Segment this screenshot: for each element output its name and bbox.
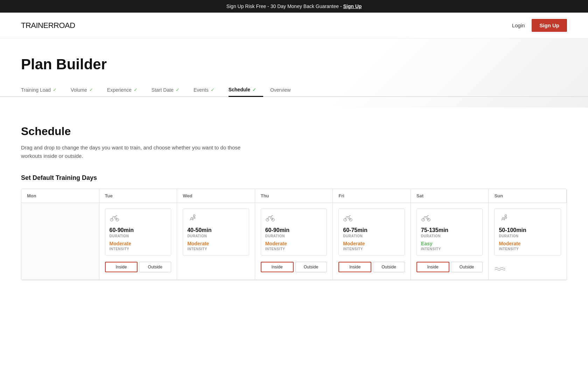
page-title: Plan Builder [21, 56, 567, 73]
logo-bold: TRAINER [21, 21, 54, 30]
workout-intensity-label: INTENSITY [110, 247, 167, 251]
banner-signup-link[interactable]: Sign Up [343, 3, 362, 9]
workout-intensity: Moderate [499, 241, 556, 246]
wizard-step-check: ✓ [89, 87, 93, 92]
workout-card-thu[interactable]: 60-90minDURATIONModerateINTENSITY [261, 209, 327, 255]
workout-duration-label: DURATION [187, 234, 245, 238]
workout-intensity: Moderate [187, 241, 245, 246]
day-header-mon: Mon [21, 189, 99, 203]
wizard-step-check: ✓ [134, 87, 138, 92]
day-header-fri: Fri [333, 189, 411, 203]
workout-intensity: Moderate [343, 241, 400, 246]
banner-text: Sign Up Risk Free - 30 Day Money Back Gu… [226, 3, 343, 9]
wizard-step-start-date[interactable]: Start Date✓ [152, 84, 187, 96]
hero-area: Plan Builder Training Load✓Volume✓Experi… [0, 38, 588, 107]
wizard-step-label: Experience [107, 87, 132, 93]
top-banner: Sign Up Risk Free - 30 Day Money Back Gu… [0, 0, 588, 13]
bike-icon [110, 214, 167, 224]
inside-outside-buttons: InsideOutside [105, 262, 172, 272]
workout-duration-label: DURATION [110, 234, 167, 238]
schedule-description: Drag and drop to change the days you wan… [21, 143, 259, 160]
bike-icon [265, 214, 323, 224]
workout-duration-label: DURATION [499, 234, 556, 238]
wizard-step-overview[interactable]: Overview [270, 84, 298, 96]
logo: TRAINERROAD [21, 21, 75, 30]
set-default-title: Set Default Training Days [21, 174, 567, 182]
workout-intensity: Easy [421, 241, 478, 246]
workout-duration: 75-135min [421, 227, 478, 233]
workout-duration: 60-90min [110, 227, 167, 233]
schedule-title: Schedule [21, 125, 567, 138]
workout-duration-label: DURATION [265, 234, 323, 238]
bike-icon [343, 214, 400, 224]
wizard-step-check: ✓ [176, 87, 180, 92]
header: TRAINERROAD Login Sign Up [0, 13, 588, 38]
wizard-step-label: Schedule [229, 87, 250, 92]
wizard-steps: Training Load✓Volume✓Experience✓Start Da… [0, 83, 588, 97]
wizard-step-training-load[interactable]: Training Load✓ [21, 84, 64, 96]
workout-duration: 60-90min [265, 227, 323, 233]
workout-intensity-label: INTENSITY [265, 247, 323, 251]
workout-intensity-label: INTENSITY [187, 247, 245, 251]
signup-button[interactable]: Sign Up [532, 19, 567, 32]
inside-button[interactable]: Inside [105, 262, 138, 272]
wizard-step-check: ✓ [252, 87, 256, 92]
run-icon [499, 214, 556, 224]
calendar-cell-mon [21, 203, 99, 280]
outside-button[interactable]: Outside [139, 262, 171, 272]
inside-outside-buttons: InsideOutside [261, 262, 327, 272]
outside-button[interactable]: Outside [295, 262, 327, 272]
svg-point-9 [505, 215, 507, 217]
workout-intensity: Moderate [110, 241, 167, 246]
inside-outside-buttons: InsideOutside [416, 262, 483, 272]
day-header-sat: Sat [411, 189, 489, 203]
workout-card-fri[interactable]: 60-75minDURATIONModerateINTENSITY [338, 209, 405, 255]
rest-wave-icon [494, 265, 505, 274]
wizard-step-label: Volume [71, 87, 87, 93]
day-header-wed: Wed [177, 189, 255, 203]
calendar-cell-sat: 75-135minDURATIONEasyINTENSITYInsideOuts… [411, 203, 489, 280]
run-icon [187, 214, 245, 224]
inside-button[interactable]: Inside [338, 262, 371, 272]
wizard-step-volume[interactable]: Volume✓ [71, 84, 100, 96]
header-actions: Login Sign Up [512, 19, 567, 32]
wizard-step-schedule[interactable]: Schedule✓ [229, 83, 263, 97]
inside-button[interactable]: Inside [261, 262, 294, 272]
workout-intensity-label: INTENSITY [499, 247, 556, 251]
day-header-sun: Sun [489, 189, 567, 203]
calendar-cell-sun: 50-100minDURATIONModerateINTENSITY [489, 203, 567, 280]
workout-duration: 60-75min [343, 227, 400, 233]
workout-duration-label: DURATION [343, 234, 400, 238]
main-content: Schedule Drag and drop to change the day… [0, 107, 588, 298]
workout-card-wed[interactable]: 40-50minDURATIONModerateINTENSITY [183, 209, 249, 255]
wizard-step-label: Start Date [152, 87, 174, 93]
workout-intensity-label: INTENSITY [343, 247, 400, 251]
wizard-step-label: Events [194, 87, 209, 93]
workout-intensity: Moderate [265, 241, 323, 246]
workout-card-tue[interactable]: 60-90minDURATIONModerateINTENSITY [105, 209, 172, 255]
workout-duration: 40-50min [187, 227, 245, 233]
calendar-grid: MonTueWedThuFriSatSun 60-90minDURATIONMo… [21, 189, 567, 280]
wizard-step-experience[interactable]: Experience✓ [107, 84, 145, 96]
calendar-cell-fri: 60-75minDURATIONModerateINTENSITYInsideO… [333, 203, 411, 280]
wizard-step-label: Training Load [21, 87, 51, 93]
workout-duration: 50-100min [499, 227, 556, 233]
workout-card-sat[interactable]: 75-135minDURATIONEasyINTENSITY [416, 209, 483, 255]
bike-icon [421, 214, 478, 224]
day-header-thu: Thu [255, 189, 333, 203]
wizard-step-check: ✓ [211, 87, 215, 92]
inside-button[interactable]: Inside [416, 262, 449, 272]
day-header-tue: Tue [99, 189, 177, 203]
svg-point-2 [194, 215, 195, 217]
calendar-cell-tue: 60-90minDURATIONModerateINTENSITYInsideO… [99, 203, 177, 280]
inside-outside-buttons: InsideOutside [338, 262, 405, 272]
outside-button[interactable]: Outside [373, 262, 405, 272]
calendar-cell-wed: 40-50minDURATIONModerateINTENSITY [177, 203, 255, 280]
wizard-step-events[interactable]: Events✓ [194, 84, 222, 96]
login-button[interactable]: Login [512, 22, 525, 28]
logo-light: ROAD [54, 21, 75, 30]
wizard-step-check: ✓ [53, 87, 57, 92]
calendar-cell-thu: 60-90minDURATIONModerateINTENSITYInsideO… [255, 203, 333, 280]
workout-card-sun[interactable]: 50-100minDURATIONModerateINTENSITY [494, 209, 561, 255]
outside-button[interactable]: Outside [451, 262, 483, 272]
